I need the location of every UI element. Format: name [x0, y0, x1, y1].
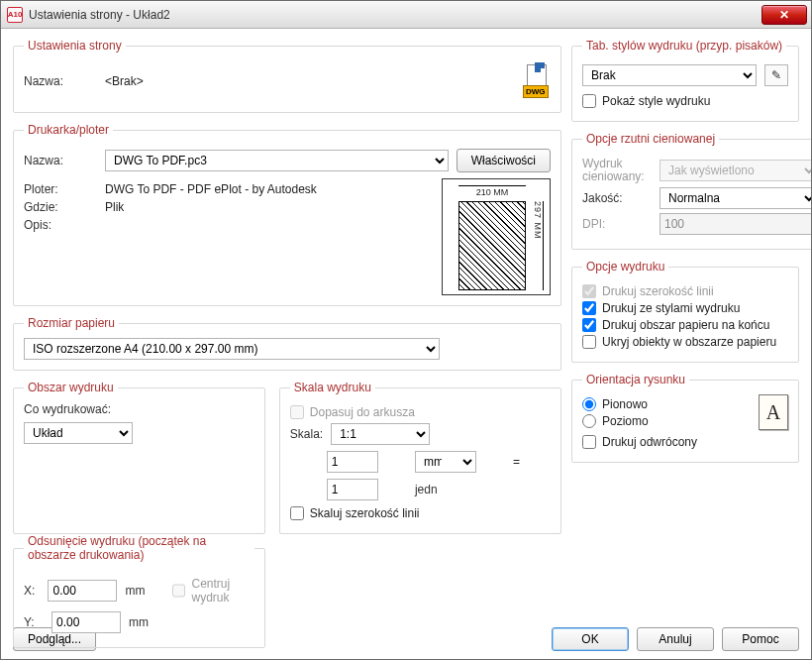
center-plot-checkbox: Centruj wydruk: [172, 577, 254, 605]
dpi-label: DPI:: [582, 217, 652, 231]
orientation-landscape-radio[interactable]: Poziomo: [582, 414, 759, 428]
group-plot-scale: Skala wydruku Dopasuj do arkusza Skala: …: [279, 381, 561, 534]
page-setup-name-label: Nazwa:: [24, 74, 97, 88]
legend-orientation: Orientacja rysunku: [582, 373, 689, 386]
paper-preview-height: 297 MM: [531, 201, 544, 290]
offset-y-input[interactable]: [51, 611, 121, 633]
scale-label: Skala:: [290, 427, 323, 441]
plot-with-styles-checkbox[interactable]: Drukuj ze stylami wydruku: [582, 301, 788, 315]
legend-shaded-viewport: Opcje rzutni cieniowanej: [582, 132, 719, 146]
titlebar: A10 Ustawienia strony - Układ2 ✕: [1, 1, 811, 29]
dwg-icon: DWG: [523, 64, 551, 98]
fit-to-paper-checkbox: Dopasuj do arkusza: [290, 405, 551, 419]
group-shaded-viewport: Opcje rzutni cieniowanej Wydruk cieniowa…: [571, 132, 812, 250]
paper-size-select[interactable]: ISO rozszerzone A4 (210.00 x 297.00 mm): [24, 338, 440, 360]
legend-page-setup: Ustawienia strony: [24, 39, 126, 53]
plot-paper-last-checkbox[interactable]: Drukuj obszar papieru na końcu: [582, 318, 788, 332]
printer-name-label: Nazwa:: [24, 154, 97, 167]
offset-y-unit: mm: [129, 615, 149, 629]
ok-button[interactable]: OK: [552, 627, 629, 651]
dpi-input: [660, 213, 812, 235]
legend-plot-styles: Tab. stylów wydruku (przyp. pisaków): [582, 39, 786, 53]
group-printer: Drukarka/ploter Nazwa: DWG To PDF.pc3 Wł…: [13, 123, 561, 306]
app-icon: A10: [7, 7, 23, 23]
plot-upside-down-checkbox[interactable]: Drukuj odwrócony: [582, 435, 788, 449]
legend-printer: Drukarka/ploter: [24, 123, 113, 137]
group-orientation: Orientacja rysunku Pionowo Poziomo A Dru…: [571, 373, 799, 463]
offset-y-label: Y:: [24, 615, 44, 629]
scale-numerator-input[interactable]: [327, 451, 378, 473]
what-to-plot-select[interactable]: Układ: [24, 422, 133, 444]
plotter-label: Ploter:: [24, 182, 97, 196]
hide-paperspace-checkbox[interactable]: Ukryj obiekty w obszarze papieru: [582, 335, 788, 349]
scale-equals: =: [513, 455, 551, 469]
quality-select[interactable]: Normalna: [660, 187, 812, 209]
quality-label: Jakość:: [582, 191, 652, 205]
group-paper-size: Rozmiar papieru ISO rozszerzone A4 (210.…: [13, 316, 561, 371]
offset-x-unit: mm: [125, 584, 145, 598]
group-plot-area: Obszar wydruku Co wydrukować: Układ: [13, 381, 265, 534]
plotter-value: DWG To PDF - PDF ePlot - by Autodesk: [105, 182, 317, 196]
group-plot-options: Opcje wydruku Drukuj szerokość linii Dru…: [571, 260, 799, 363]
shade-plot-select: Jak wyświetlono: [660, 160, 812, 181]
legend-plot-scale: Skala wydruku: [290, 381, 375, 394]
group-plot-offset: Odsunięcie wydruku (początek na obszarze…: [13, 534, 265, 648]
cancel-button[interactable]: Anuluj: [637, 627, 714, 651]
close-icon: ✕: [779, 8, 789, 22]
paper-preview-width: 210 MM: [458, 185, 526, 197]
desc-label: Opis:: [24, 218, 97, 232]
scale-unit-bottom: jedn: [415, 483, 507, 496]
plot-style-edit-button[interactable]: ✎: [764, 64, 788, 86]
printer-properties-button[interactable]: Właściwości: [457, 149, 551, 172]
legend-plot-offset: Odsunięcie wydruku (początek na obszarze…: [24, 534, 254, 562]
help-button[interactable]: Pomoc: [722, 627, 799, 651]
group-plot-styles: Tab. stylów wydruku (przyp. pisaków) Bra…: [571, 39, 799, 122]
orientation-preview-icon: A: [759, 394, 788, 430]
show-plot-styles-checkbox[interactable]: Pokaż style wydruku: [582, 94, 788, 108]
where-label: Gdzie:: [24, 200, 97, 214]
where-value: Plik: [105, 200, 124, 214]
group-page-setup: Ustawienia strony Nazwa: <Brak> DWG: [13, 39, 561, 113]
plot-style-select[interactable]: Brak: [582, 64, 757, 86]
legend-plot-options: Opcje wydruku: [582, 260, 668, 274]
scale-lineweights-checkbox[interactable]: Skaluj szerokość linii: [290, 506, 551, 520]
legend-paper-size: Rozmiar papieru: [24, 316, 119, 330]
plot-lineweights-checkbox: Drukuj szerokość linii: [582, 284, 788, 298]
offset-x-input[interactable]: [48, 580, 117, 602]
what-to-plot-label: Co wydrukować:: [24, 402, 254, 416]
pencil-icon: ✎: [771, 68, 781, 82]
paper-preview: 210 MM 297 MM: [442, 178, 551, 295]
legend-plot-area: Obszar wydruku: [24, 381, 118, 394]
shade-plot-label: Wydruk cieniowany:: [582, 158, 652, 183]
page-setup-name-value: <Brak>: [105, 74, 144, 88]
offset-x-label: X:: [24, 584, 40, 598]
scale-select[interactable]: 1:1: [331, 423, 430, 445]
scale-denominator-input[interactable]: [327, 479, 378, 500]
orientation-portrait-radio[interactable]: Pionowo: [582, 397, 759, 411]
scale-unit-select[interactable]: mm: [415, 451, 476, 473]
printer-name-select[interactable]: DWG To PDF.pc3: [105, 150, 449, 171]
window-title: Ustawienia strony - Układ2: [29, 8, 170, 22]
close-button[interactable]: ✕: [761, 5, 807, 25]
